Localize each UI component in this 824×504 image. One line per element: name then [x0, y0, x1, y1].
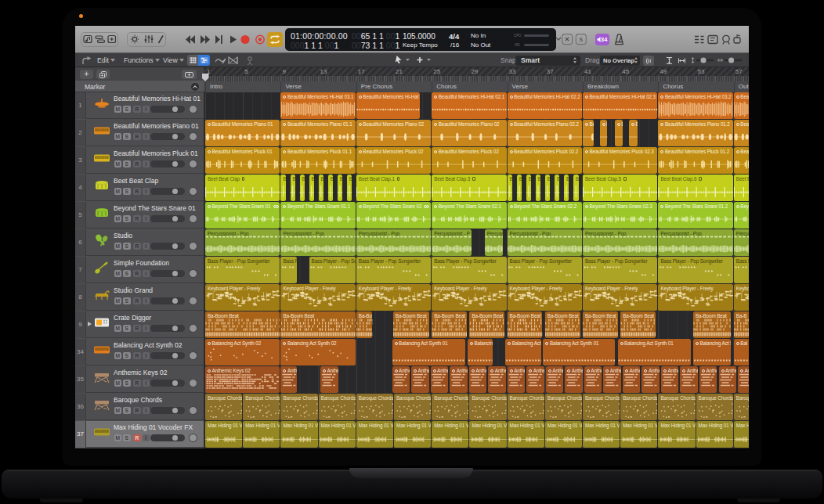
svg-text:s: s [580, 35, 584, 43]
